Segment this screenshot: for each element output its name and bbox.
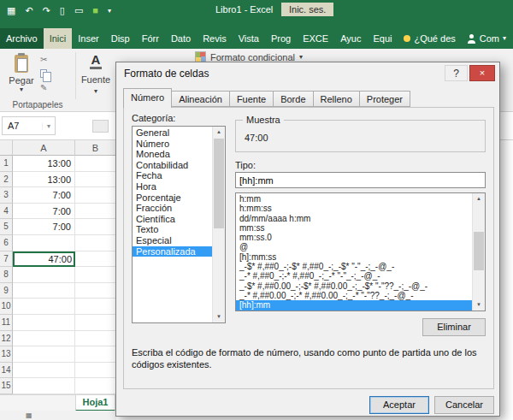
- cell-A9[interactable]: [13, 283, 75, 299]
- cell-A3[interactable]: 7:00: [13, 187, 75, 204]
- cell-A14[interactable]: [13, 363, 75, 379]
- tell-me-box[interactable]: ¿Qué des: [398, 28, 461, 49]
- grid-view-icon[interactable]: ▦: [26, 411, 32, 420]
- ribbon-tab-revisar[interactable]: Revis: [197, 28, 233, 49]
- dialog-close-button[interactable]: ×: [469, 65, 495, 81]
- cell-A6[interactable]: [13, 235, 75, 251]
- category-general[interactable]: General: [133, 127, 212, 139]
- cell-A11[interactable]: [13, 315, 75, 331]
- paste-button[interactable]: Pegar ▾: [5, 52, 38, 93]
- cell-A15[interactable]: [13, 378, 75, 394]
- dialog-help-button[interactable]: ?: [445, 65, 468, 81]
- ribbon-tab-datos[interactable]: Dato: [165, 28, 197, 49]
- format-code-scrollbar[interactable]: ▲ ▼: [472, 193, 485, 311]
- open-folder-icon[interactable]: ▭: [74, 5, 83, 16]
- font-group-button[interactable]: A Fuente ▾: [80, 52, 111, 95]
- format-code-item[interactable]: dd/mm/aaaa h:mm: [236, 214, 472, 223]
- scrollbar-thumb[interactable]: [214, 139, 224, 228]
- cell-B9[interactable]: [75, 283, 116, 299]
- ribbon-tab-ayuda[interactable]: Ayuc: [334, 28, 367, 49]
- cell-A12[interactable]: [13, 331, 75, 347]
- category-cientifica[interactable]: Científica: [133, 214, 212, 225]
- category-hora[interactable]: Hora: [133, 181, 212, 192]
- row-header-11[interactable]: 11: [0, 315, 13, 331]
- tab-fuente[interactable]: Fuente: [229, 91, 274, 107]
- ribbon-tab-inicio[interactable]: Inici: [44, 28, 73, 49]
- name-box[interactable]: A7 ▾: [2, 116, 56, 135]
- cell-A8[interactable]: [13, 267, 75, 283]
- cell-A1[interactable]: 13:00: [13, 156, 75, 172]
- tab-numero[interactable]: Número: [123, 88, 172, 108]
- ribbon-tab-disposicion[interactable]: Disp: [105, 28, 136, 49]
- cell-A4[interactable]: 7:00: [13, 204, 75, 220]
- sign-in-button[interactable]: Inic. ses.: [281, 3, 333, 16]
- ribbon-tab-excel[interactable]: EXCE: [297, 28, 334, 49]
- sheet-tab-hoja1[interactable]: Hoja1: [75, 395, 115, 411]
- type-input[interactable]: [235, 172, 486, 188]
- tab-alineacion[interactable]: Alineación: [171, 91, 230, 107]
- category-fecha[interactable]: Fecha: [133, 170, 212, 181]
- row-header-1[interactable]: 1: [0, 156, 13, 172]
- cell-B12[interactable]: [75, 331, 116, 347]
- format-code-item[interactable]: _-* #,##0_-;-* #,##0_-;_-* "-"_-;_-@_-: [236, 271, 472, 281]
- tab-borde[interactable]: Borde: [273, 91, 313, 107]
- scrollbar-thumb[interactable]: [474, 232, 484, 270]
- cell-B4[interactable]: [75, 204, 116, 220]
- cell-B11[interactable]: [75, 315, 116, 331]
- format-code-item[interactable]: _-* #,##0.00_-;-* #,##0.00_-;_-* "-"??_-…: [236, 291, 472, 300]
- format-code-item[interactable]: _-$* #,##0_-;-$* #,##0_-;_-$* "-"_-;_-@_…: [236, 262, 472, 271]
- tab-proteger[interactable]: Proteger: [359, 91, 410, 107]
- row-header-12[interactable]: 12: [0, 331, 13, 347]
- tab-relleno[interactable]: Relleno: [313, 91, 360, 107]
- category-fraccion[interactable]: Fracción: [133, 203, 212, 214]
- ok-button[interactable]: Aceptar: [369, 396, 429, 414]
- insert-function-button[interactable]: [92, 120, 109, 133]
- ribbon-tab-insertar[interactable]: Inser: [72, 28, 104, 49]
- cell-B13[interactable]: [75, 346, 116, 363]
- category-scrollbar[interactable]: ▲ ▼: [212, 127, 225, 322]
- format-code-item[interactable]: mm:ss.0: [236, 233, 472, 242]
- new-document-icon[interactable]: ▯: [60, 5, 65, 16]
- format-code-item[interactable]: [h]:mm:ss: [236, 252, 472, 262]
- scroll-down-icon[interactable]: ▼: [473, 299, 485, 311]
- ribbon-tab-vista[interactable]: Vista: [233, 28, 265, 49]
- column-header-B[interactable]: B: [75, 140, 116, 156]
- format-code-item[interactable]: h:mm: [236, 194, 472, 204]
- row-header-10[interactable]: 10: [0, 299, 13, 315]
- row-header-3[interactable]: 3: [0, 187, 13, 204]
- cancel-button[interactable]: Cancelar: [434, 396, 494, 414]
- ribbon-tab-formulas[interactable]: Fórr: [136, 28, 165, 49]
- cell-B1[interactable]: [75, 156, 116, 172]
- row-header-4[interactable]: 4: [0, 204, 13, 220]
- row-header-9[interactable]: 9: [0, 283, 13, 299]
- delete-button[interactable]: Eliminar: [422, 318, 486, 336]
- format-code-item[interactable]: @: [236, 242, 472, 251]
- share-button[interactable]: Com ▾: [462, 28, 512, 49]
- cell-B3[interactable]: [75, 187, 116, 204]
- save-icon[interactable]: ▦: [7, 5, 15, 16]
- format-code-item[interactable]: _-$* #,##0.00_-;-$* #,##0.00_-;_-$* "-"?…: [236, 281, 472, 291]
- row-header-7[interactable]: 7: [0, 251, 13, 268]
- cell-B6[interactable]: [75, 235, 116, 251]
- cell-A13[interactable]: [13, 346, 75, 363]
- cell-B10[interactable]: [75, 299, 116, 315]
- cell-B8[interactable]: [75, 267, 116, 283]
- cell-A2[interactable]: 13:00: [13, 172, 75, 188]
- category-moneda[interactable]: Moneda: [133, 149, 212, 160]
- category-especial[interactable]: Especial: [133, 235, 212, 246]
- row-header-5[interactable]: 5: [0, 219, 13, 235]
- ribbon-tab-equipo[interactable]: Equi: [367, 28, 398, 49]
- format-code-item-selected[interactable]: [hh]:mm: [236, 300, 472, 310]
- category-porcentaje[interactable]: Porcentaje: [133, 192, 212, 204]
- category-texto[interactable]: Texto: [133, 224, 212, 235]
- row-header-15[interactable]: 15: [0, 378, 13, 394]
- scroll-up-icon[interactable]: ▲: [213, 127, 225, 138]
- cell-A10[interactable]: [13, 299, 75, 315]
- row-header-2[interactable]: 2: [0, 172, 13, 188]
- ribbon-tab-programador[interactable]: Prog: [265, 28, 297, 49]
- cell-B5[interactable]: [75, 219, 116, 235]
- row-header-13[interactable]: 13: [0, 346, 13, 363]
- cell-B7[interactable]: [75, 251, 116, 268]
- scroll-up-icon[interactable]: ▲: [473, 193, 485, 204]
- copy-icon[interactable]: [40, 69, 47, 78]
